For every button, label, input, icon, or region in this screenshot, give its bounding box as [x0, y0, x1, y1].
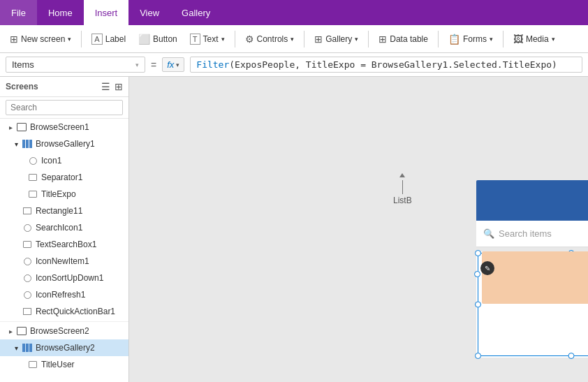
formula-paren-open: ( — [229, 59, 235, 70]
icon-new-item1-label: IconNewItem1 — [36, 256, 89, 266]
browse-screen-1-label: BrowseScreen1 — [30, 122, 89, 132]
expand-icon-browse-gallery-1: ▾ — [11, 140, 21, 148]
tree-item-title-user[interactable]: TitleUser — [0, 356, 128, 373]
search-icon1-label: SearchIcon1 — [36, 223, 82, 233]
media-dropdown-icon: ▾ — [552, 36, 555, 43]
gallery-item[interactable] — [482, 251, 588, 304]
handle-tl[interactable] — [475, 250, 481, 256]
gallery-dropdown-icon: ▾ — [355, 36, 358, 43]
equals-sign: = — [151, 59, 156, 71]
text-icon: T — [190, 34, 200, 45]
icon-new-item1-icon — [21, 255, 34, 267]
forms-dropdown-icon: ▾ — [490, 36, 493, 43]
rect-icon-quick-action-bar1 — [21, 305, 34, 318]
browse-gallery-2-label: BrowseGallery2 — [36, 343, 95, 353]
panel-view-icons: ☰ ⊞ — [101, 81, 123, 92]
tree-item-icon-new-item1[interactable]: IconNewItem1 — [0, 253, 128, 270]
media-button[interactable]: 🖼 Media ▾ — [508, 31, 561, 47]
controls-icon: ⚙ — [245, 34, 254, 45]
tree-search-input[interactable] — [6, 100, 123, 115]
tree-item-rectangle11[interactable]: Rectangle11 — [0, 203, 128, 219]
formula-function-name: Filter — [196, 59, 229, 70]
toolbar-divider-1 — [81, 31, 82, 47]
gallery-area: ✎ — [476, 251, 588, 358]
tree-item-text-search-box1[interactable]: TextSearchBox1 — [0, 236, 128, 253]
property-selector[interactable]: Items ▾ — [6, 57, 145, 73]
screens-label: Screens — [6, 82, 38, 91]
gallery-icon-browse-gallery-1 — [21, 138, 34, 150]
rect-icon-rectangle11 — [21, 205, 34, 217]
rectangle11-label: Rectangle11 — [36, 206, 82, 216]
tree-item-rect-quick-action-bar1[interactable]: RectQuickActionBar1 — [0, 303, 128, 320]
tree-item-icon-refresh1[interactable]: IconRefresh1 — [0, 286, 128, 303]
property-name: Items — [12, 59, 34, 70]
toolbar-divider-4 — [368, 31, 369, 47]
tree-item-icon1[interactable]: Icon1 — [0, 152, 128, 169]
menu-home[interactable]: Home — [37, 0, 84, 25]
tree-item-icon-sort-up-down1[interactable]: IconSortUpDown1 — [0, 270, 128, 286]
button-icon: ⬜ — [138, 34, 150, 45]
menu-view[interactable]: View — [128, 0, 170, 25]
outer-handle-left[interactable] — [474, 271, 480, 277]
menu-gallery[interactable]: Gallery — [170, 0, 221, 25]
icon-refresh1-icon — [21, 288, 34, 301]
toolbar-divider-2 — [235, 31, 235, 47]
title-expo-label: TitleExpo — [41, 189, 76, 199]
handle-bm[interactable] — [568, 353, 575, 359]
icon-icon1 — [27, 154, 39, 167]
new-screen-dropdown-icon: ▾ — [68, 36, 71, 43]
toolbar-divider-5 — [438, 31, 439, 47]
tree-item-title-expo[interactable]: TitleExpo — [0, 186, 128, 203]
controls-dropdown-icon: ▾ — [291, 36, 294, 43]
screen-icon-browse-screen-1 — [15, 121, 28, 133]
list-view-icon[interactable]: ☰ — [101, 81, 110, 92]
left-panel: Screens ☰ ⊞ ▸ BrowseScreen1 ▾ — [0, 77, 129, 382]
gallery-icon: ⊞ — [314, 34, 323, 45]
fx-dropdown-icon: ▾ — [176, 61, 179, 68]
formula-arg1: ExposPeople — [235, 59, 295, 70]
listb-arrow-head — [399, 173, 405, 177]
tree-item-browse-screen-2[interactable]: ▸ BrowseScreen2 — [0, 321, 128, 339]
tree-item-browse-screen-1[interactable]: ▸ BrowseScreen1 — [0, 119, 128, 135]
tree-item-browse-gallery-2[interactable]: ▾ BrowseGallery2 — [0, 339, 128, 356]
tree-item-search-icon1[interactable]: SearchIcon1 — [0, 219, 128, 236]
text-button[interactable]: T Text ▾ — [184, 31, 230, 47]
data-table-button[interactable]: ⊞ Data table — [373, 31, 434, 47]
forms-button[interactable]: 📋 Forms ▾ — [443, 31, 499, 47]
title-user-label: TitleUser — [41, 360, 75, 369]
expand-icon-browse-screen-1: ▸ — [6, 124, 15, 131]
grid-view-icon[interactable]: ⊞ — [115, 81, 123, 92]
text-search-box1-label: TextSearchBox1 — [36, 240, 96, 249]
media-icon: 🖼 — [513, 34, 523, 45]
formula-arg3: BrowseGallery1.Selected.TitleExpo — [372, 59, 552, 70]
tree-item-separator1[interactable]: Separator1 — [0, 169, 128, 186]
menu-insert[interactable]: Insert — [84, 0, 129, 25]
menubar: File Home Insert View Gallery — [0, 0, 588, 25]
browse-screen-2-label: BrowseScreen2 — [30, 326, 89, 336]
handle-bl[interactable] — [475, 353, 481, 359]
menu-file[interactable]: File — [0, 0, 37, 25]
button-button[interactable]: ⬜ Button — [133, 31, 183, 47]
handle-ml[interactable] — [475, 302, 481, 308]
formula-input[interactable]: Filter(ExposPeople, TitleExpo = BrowseGa… — [190, 57, 582, 73]
icon-sort-up-down1-label: IconSortUpDown1 — [36, 273, 103, 283]
screen-icon-browse-screen-2 — [15, 325, 28, 337]
app-frame: + 🔍 Search items — [476, 180, 588, 382]
listb-label-container: ListB — [393, 173, 412, 205]
search-placeholder-text: Search items — [499, 228, 552, 239]
listb-text: ListB — [393, 196, 412, 205]
icon1-label: Icon1 — [41, 156, 61, 166]
canvas-area[interactable]: ListB + 🔍 Search items — [129, 77, 588, 382]
gallery-button[interactable]: ⊞ Gallery ▾ — [309, 31, 364, 47]
text-dropdown-icon: ▾ — [221, 36, 225, 43]
fx-label: fx — [167, 59, 174, 70]
tree-item-browse-gallery-1[interactable]: ▾ BrowseGallery1 — [0, 135, 128, 152]
toolbar-divider-6 — [503, 31, 504, 47]
tree-area: ▸ BrowseScreen1 ▾ BrowseGallery1 — [0, 119, 128, 382]
new-screen-button[interactable]: ⊞ New screen ▾ — [4, 31, 77, 47]
controls-button[interactable]: ⚙ Controls ▾ — [240, 31, 300, 47]
expand-icon-browse-gallery-2: ▾ — [11, 344, 21, 352]
label-button[interactable]: A Label — [86, 31, 131, 47]
expand-icon-browse-screen-2: ▸ — [6, 328, 15, 335]
edit-icon[interactable]: ✎ — [480, 261, 494, 275]
